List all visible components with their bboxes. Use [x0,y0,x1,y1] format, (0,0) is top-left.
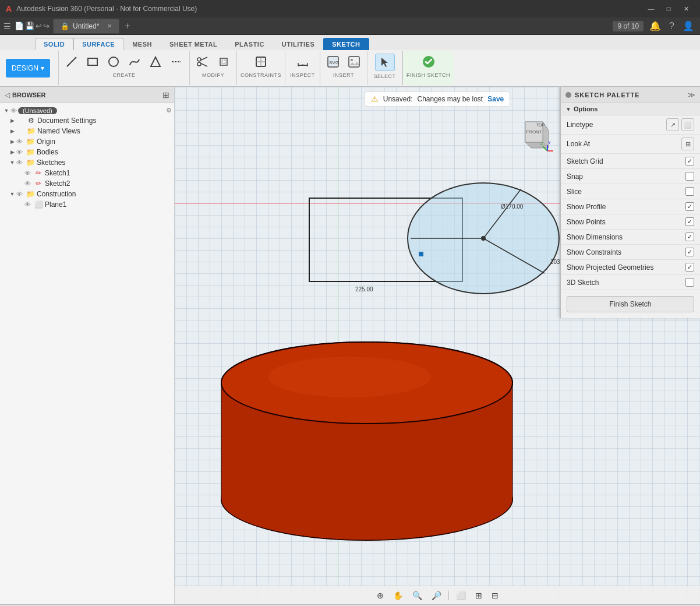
design-button[interactable]: DESIGN ▾ [6,59,50,77]
cylinder-svg [210,325,524,546]
spline-tool[interactable] [125,54,144,70]
tab-solid[interactable]: SOLID [35,38,73,50]
tree-item-named-views[interactable]: ▶ 📁 Named Views [0,126,174,136]
viewport[interactable]: ⚠ Unsaved: Changes may be lost Save FRON… [175,87,700,604]
linetype-btn-2[interactable]: ⬜ [681,118,694,131]
close-button[interactable]: ✕ [678,3,694,15]
show-profile-checkbox[interactable] [685,202,694,211]
sketches-label: Sketches [37,158,172,167]
select-tool[interactable] [375,54,395,71]
construction-line-tool[interactable] [167,54,186,70]
grid-button[interactable]: ⊞ [472,590,486,601]
svg-text:SVG: SVG [329,60,339,65]
3d-sketch-checkbox[interactable] [685,278,694,287]
sketch-grid-checkbox[interactable] [685,157,694,165]
tree-arrow-plane1 [16,202,24,207]
tab-utilities[interactable]: UTILITIES [273,38,323,50]
tree-item-origin[interactable]: ▶ 👁 📁 Origin [0,136,174,147]
browser-pin-button[interactable]: ⊞ [162,90,169,100]
insert-svg-tool[interactable]: SVG [324,54,342,70]
new-file-icon[interactable]: 📄 [15,22,24,30]
zoom-in-button[interactable]: 🔎 [428,590,445,601]
notifications-icon[interactable]: 🔔 [647,19,663,33]
insert-image-tool[interactable] [345,54,363,70]
rectangle-tool[interactable] [83,54,102,70]
tree-settings-icon[interactable]: ⚙ [166,107,172,114]
offset-tool[interactable] [214,54,233,70]
window-controls[interactable]: ― □ ✕ [643,3,694,15]
zoom-button[interactable]: 🔍 [409,590,426,601]
tree-eye-sketch1[interactable]: 👁 [24,170,31,177]
tree-item-sketches[interactable]: ▼ 👁 📁 Sketches [0,157,174,168]
show-dimensions-checkbox[interactable] [685,232,694,241]
svg-text:TOP: TOP [536,123,545,127]
palette-expand-icon[interactable]: ≫ [688,91,695,99]
linetype-btn-1[interactable]: ↗ [666,118,679,131]
slice-checkbox[interactable] [685,187,694,196]
tree-eye-construction[interactable]: 👁 [16,191,23,198]
snap-checkbox[interactable] [685,172,694,181]
save-link[interactable]: Save [487,95,504,103]
redo-icon[interactable]: ↪ [43,22,50,30]
tree-eye-origin[interactable]: 👁 [16,138,23,145]
tab-sketch[interactable]: SKETCH [323,38,369,50]
circle-tool[interactable] [104,54,123,70]
show-constraints-checkbox[interactable] [685,248,694,256]
tree-item-construction[interactable]: ▼ 👁 📁 Construction [0,189,174,199]
triangle-tool[interactable] [146,54,165,70]
insert-label: INSERT [333,72,354,78]
tree-arrow-origin: ▶ [8,139,16,145]
unsaved-label: (Unsaved) [18,107,57,114]
tree-item-sketch2[interactable]: 👁 ✏ Sketch2 [0,178,174,189]
user-icon[interactable]: 👤 [680,19,697,33]
help-icon[interactable]: ? [667,20,677,33]
navigate-button[interactable]: ⊕ [373,590,387,601]
tab-sheet-metal[interactable]: SHEET METAL [161,38,226,50]
bodies-icon: 📁 [26,148,35,156]
tree-item-sketch1[interactable]: 👁 ✏ Sketch1 [0,168,174,178]
scissors-tool[interactable] [193,54,212,70]
origin-point [419,252,423,256]
measure-tool[interactable] [294,54,312,70]
palette-options-header[interactable]: ▼ Options [561,103,700,115]
save-icon[interactable]: 💾 [25,22,34,30]
ribbon-section-create: CREATE [59,51,190,85]
svg-rect-18 [349,57,359,67]
look-at-btn[interactable]: ⊞ [681,138,694,150]
add-tab-button[interactable]: ＋ [121,19,135,33]
tree-eye-unsaved[interactable]: 👁 [10,107,17,114]
quick-access-icon[interactable]: ☰ [3,22,11,31]
show-constraints-label: Show Constraints [567,248,685,256]
line-tool[interactable] [62,54,81,70]
palette-show-dimensions: Show Dimensions [561,230,700,245]
palette-3d-sketch: 3D Sketch [561,275,700,290]
show-points-checkbox[interactable] [685,217,694,226]
browser-back-icon[interactable]: ◁ [5,91,10,99]
tab-mesh[interactable]: MESH [123,38,161,50]
palette-finish-button[interactable]: Finish Sketch [567,296,694,312]
display-mode-button[interactable]: ⬜ [452,590,469,601]
document-tab[interactable]: 🔒 Untitled* ✕ [53,19,119,34]
minimize-button[interactable]: ― [643,3,659,15]
show-projected-checkbox[interactable] [685,263,694,272]
undo-icon[interactable]: ↩ [36,22,42,30]
tree-item-bodies[interactable]: ▶ 👁 📁 Bodies [0,147,174,157]
tree-eye-bodies[interactable]: 👁 [16,149,23,156]
pan-button[interactable]: ✋ [390,590,406,601]
tree-item-plane1[interactable]: 👁 ⬜ Plane1 [0,199,174,210]
tree-eye-sketch2[interactable]: 👁 [24,180,31,187]
tree-eye-sketches[interactable]: 👁 [16,159,23,166]
tab-close-button[interactable]: ✕ [107,23,112,29]
tab-surface[interactable]: SURFACE [73,38,123,50]
finish-sketch-button[interactable] [419,54,438,70]
tab-plastic[interactable]: PLASTIC [226,38,273,50]
constraint-tool-1[interactable] [252,54,270,70]
view-button[interactable]: ⊟ [488,590,502,601]
tree-item-unsaved[interactable]: ▼ 👁 (Unsaved) ⚙ [0,105,174,115]
viewcube-svg: FRONT TOP X Z Y [514,116,554,157]
maximize-button[interactable]: □ [660,3,677,15]
tree-item-doc-settings[interactable]: ▶ ⚙ Document Settings [0,115,174,126]
tree-arrow-sketch1 [16,170,24,176]
tree-eye-plane1[interactable]: 👁 [24,201,31,208]
viewcube[interactable]: FRONT TOP X Z Y [514,116,554,157]
